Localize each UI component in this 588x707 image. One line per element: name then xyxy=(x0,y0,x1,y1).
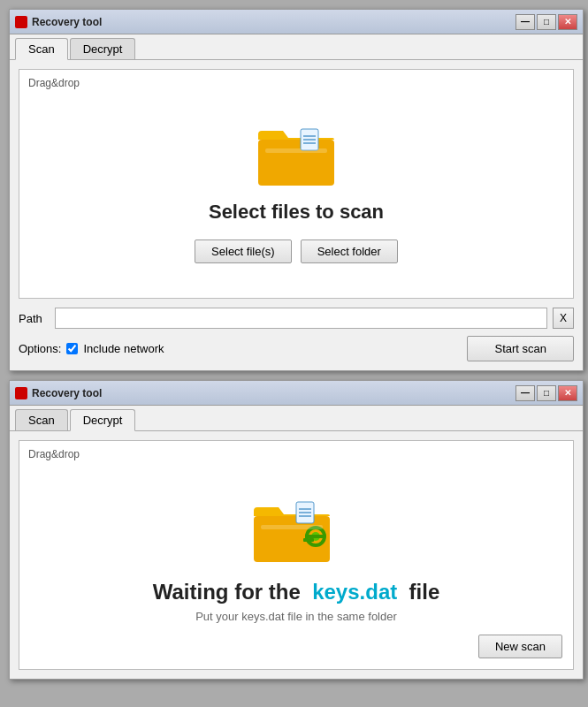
path-row: Path X xyxy=(19,308,574,329)
title-bar-buttons-decrypt: — □ ✕ xyxy=(515,385,577,401)
minimize-button-scan[interactable]: — xyxy=(515,14,535,30)
tab-decrypt-2[interactable]: Decrypt xyxy=(70,409,136,431)
folder-icon-decrypt xyxy=(252,497,340,567)
close-button-scan[interactable]: ✕ xyxy=(558,14,577,30)
title-bar-buttons-scan: — □ ✕ xyxy=(515,14,577,30)
maximize-button-scan[interactable]: □ xyxy=(537,14,556,30)
select-files-button[interactable]: Select file(s) xyxy=(195,239,292,263)
waiting-subtitle: Put your keys.dat file in the same folde… xyxy=(195,610,397,623)
svg-rect-5 xyxy=(265,148,327,153)
window-scan: Recovery tool — □ ✕ Scan Decrypt Drag&dr… xyxy=(9,9,584,371)
include-network-checkbox[interactable] xyxy=(66,343,78,354)
window-title-decrypt: Recovery tool xyxy=(32,387,515,399)
svg-rect-15 xyxy=(309,538,314,542)
new-scan-button[interactable]: New scan xyxy=(478,635,562,658)
waiting-text-before: Waiting for the xyxy=(153,580,301,604)
include-network-label: Include network xyxy=(83,342,164,355)
tab-scan-2[interactable]: Scan xyxy=(15,409,68,430)
svg-rect-0 xyxy=(258,140,334,186)
title-bar-decrypt: Recovery tool — □ ✕ xyxy=(10,381,583,406)
options-row: Options: Include network Start scan xyxy=(19,336,574,361)
tab-bar-scan: Scan Decrypt xyxy=(10,34,583,60)
svg-rect-14 xyxy=(303,538,309,542)
window-body-decrypt: Drag&drop xyxy=(10,431,583,679)
drag-drop-label-scan: Drag&drop xyxy=(28,77,80,89)
file-select-buttons: Select file(s) Select folder xyxy=(195,239,398,263)
drag-drop-area-decrypt[interactable]: Drag&drop xyxy=(19,440,574,670)
waiting-text-after: file xyxy=(409,580,440,604)
app-icon-decrypt xyxy=(15,387,27,399)
tab-scan[interactable]: Scan xyxy=(15,38,68,60)
title-bar-scan: Recovery tool — □ ✕ xyxy=(10,10,583,34)
waiting-title: Waiting for the keys.dat file xyxy=(153,580,440,604)
keys-dat-text: keys.dat xyxy=(312,580,397,604)
path-input[interactable] xyxy=(55,308,547,329)
tab-bar-decrypt: Scan Decrypt xyxy=(10,406,583,431)
path-label: Path xyxy=(19,312,50,325)
window-decrypt: Recovery tool — □ ✕ Scan Decrypt Drag&dr… xyxy=(9,380,584,680)
svg-rect-16 xyxy=(261,525,323,529)
close-button-decrypt[interactable]: ✕ xyxy=(558,385,577,401)
window-body-scan: Drag&drop Select files to scan Select fi… xyxy=(10,60,583,370)
path-clear-button[interactable]: X xyxy=(553,308,574,329)
window-title-scan: Recovery tool xyxy=(32,16,515,28)
drag-drop-label-decrypt: Drag&drop xyxy=(28,448,80,460)
main-text-scan: Select files to scan xyxy=(209,201,384,224)
folder-icon-scan xyxy=(256,122,336,188)
options-label: Options: xyxy=(19,342,61,355)
maximize-button-decrypt[interactable]: □ xyxy=(537,385,556,401)
tab-decrypt[interactable]: Decrypt xyxy=(70,38,136,59)
svg-rect-13 xyxy=(305,535,325,538)
drag-drop-area-scan[interactable]: Drag&drop Select files to scan Select fi… xyxy=(19,69,574,299)
select-folder-button[interactable]: Select folder xyxy=(301,239,398,263)
start-scan-button[interactable]: Start scan xyxy=(467,336,574,361)
app-icon-scan xyxy=(15,16,27,28)
minimize-button-decrypt[interactable]: — xyxy=(515,385,535,401)
